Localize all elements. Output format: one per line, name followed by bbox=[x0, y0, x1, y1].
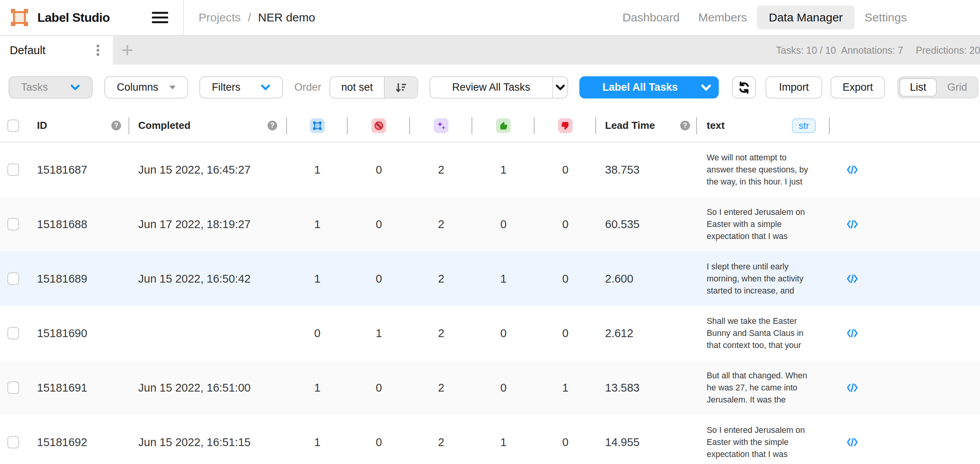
cell-predictions: 2 bbox=[410, 327, 472, 340]
source-code-icon[interactable] bbox=[847, 274, 858, 284]
filters-dropdown[interactable]: Filters bbox=[199, 76, 283, 98]
cancelled-annotations-icon bbox=[371, 118, 386, 133]
sort-direction-button[interactable] bbox=[384, 77, 417, 98]
cell-source bbox=[830, 437, 980, 447]
view-list-button[interactable]: List bbox=[899, 78, 937, 97]
cell-rejected: 0 bbox=[535, 163, 596, 176]
view-grid-button[interactable]: Grid bbox=[937, 77, 978, 98]
row-checkbox[interactable] bbox=[7, 163, 19, 176]
cell-text: Shall we take the Easter Bunny and Santa… bbox=[697, 315, 830, 352]
cell-lead-time: 38.753 bbox=[596, 163, 697, 176]
stat-tasks: Tasks: 10 / 10 bbox=[776, 45, 836, 56]
row-checkbox[interactable] bbox=[7, 218, 19, 230]
cell-source bbox=[830, 274, 980, 284]
filters-dropdown-label: Filters bbox=[212, 81, 241, 93]
row-checkbox[interactable] bbox=[7, 327, 19, 339]
nav-data-manager[interactable]: Data Manager bbox=[757, 5, 854, 30]
stat-annotations: Annotations: 7 bbox=[841, 45, 903, 56]
columns-dropdown-label: Columns bbox=[117, 81, 158, 93]
help-icon[interactable]: ? bbox=[680, 121, 690, 130]
thumbs-down-icon bbox=[558, 118, 573, 133]
refresh-button[interactable] bbox=[732, 76, 756, 98]
cell-rejected: 0 bbox=[535, 272, 596, 285]
tab-stats: Tasks: 10 / 10 Annotations: 7 Prediction… bbox=[0, 36, 980, 65]
label-all-tasks-button[interactable]: Label All Tasks bbox=[579, 76, 719, 98]
cell-source bbox=[830, 328, 980, 338]
cell-cancelled: 0 bbox=[348, 163, 410, 176]
column-header-accepted[interactable] bbox=[472, 109, 535, 142]
column-header-id[interactable]: ID ? bbox=[27, 109, 129, 142]
export-label: Export bbox=[843, 81, 873, 93]
top-header: Label Studio Projects / NER demo Dashboa… bbox=[0, 0, 980, 36]
nav-settings[interactable]: Settings bbox=[855, 5, 916, 30]
project-nav: Dashboard Members Data Manager Settings bbox=[613, 0, 916, 35]
chevron-down-icon bbox=[701, 84, 711, 91]
cell-annotations: 0 bbox=[287, 327, 348, 340]
table-row[interactable]: 15181688 Jun 17 2022, 18:19:27 1 0 2 0 0… bbox=[0, 197, 980, 251]
label-studio-app: Label Studio Projects / NER demo Dashboa… bbox=[0, 0, 980, 464]
row-checkbox[interactable] bbox=[7, 272, 19, 285]
sort-descending-icon bbox=[395, 82, 407, 93]
table-row[interactable]: 15181692 Jun 15 2022, 16:51:15 1 0 2 1 0… bbox=[0, 415, 980, 464]
breadcrumb: Projects / NER demo bbox=[199, 0, 315, 35]
cell-source bbox=[830, 383, 980, 393]
cell-annotations: 1 bbox=[287, 163, 348, 176]
cell-completed: Jun 15 2022, 16:51:00 bbox=[129, 381, 287, 394]
cell-lead-time: 60.535 bbox=[596, 218, 697, 231]
label-all-dropdown-toggle[interactable] bbox=[701, 76, 719, 98]
table-header: ID ? Completed ? bbox=[0, 109, 980, 142]
column-header-lead-time[interactable]: Lead Time ? bbox=[596, 109, 697, 142]
thumbs-up-icon bbox=[496, 118, 511, 133]
cell-accepted: 0 bbox=[472, 327, 535, 340]
cell-cancelled: 0 bbox=[348, 272, 410, 285]
table-row[interactable]: 15181690 0 1 2 0 0 2.612 Shall we take t… bbox=[0, 306, 980, 360]
header-divider bbox=[183, 0, 184, 35]
label-studio-logo-icon bbox=[11, 9, 28, 26]
cell-predictions: 2 bbox=[410, 163, 472, 176]
order-label: Order bbox=[294, 81, 321, 93]
nav-dashboard[interactable]: Dashboard bbox=[613, 5, 689, 30]
cell-lead-time: 14.955 bbox=[596, 436, 697, 449]
menu-toggle-button[interactable] bbox=[152, 12, 168, 23]
import-label: Import bbox=[779, 81, 809, 93]
row-checkbox[interactable] bbox=[7, 381, 19, 394]
help-icon[interactable]: ? bbox=[111, 121, 121, 130]
cell-lead-time: 13.583 bbox=[596, 381, 697, 394]
column-header-text[interactable]: text str bbox=[697, 109, 830, 142]
help-icon[interactable]: ? bbox=[267, 121, 277, 130]
columns-dropdown[interactable]: Columns bbox=[104, 76, 188, 98]
source-code-icon[interactable] bbox=[847, 165, 858, 175]
cell-accepted: 1 bbox=[472, 436, 535, 449]
column-header-cancelled[interactable] bbox=[348, 109, 410, 142]
source-code-icon[interactable] bbox=[847, 383, 858, 393]
refresh-icon bbox=[737, 81, 751, 94]
review-dropdown-toggle[interactable] bbox=[552, 77, 567, 98]
cell-annotations: 1 bbox=[287, 436, 348, 449]
tasks-dropdown[interactable]: Tasks bbox=[9, 76, 93, 98]
order-dropdown[interactable]: not set bbox=[329, 76, 418, 98]
table-row[interactable]: 15181689 Jun 15 2022, 16:50:42 1 0 2 1 0… bbox=[0, 251, 980, 306]
row-checkbox[interactable] bbox=[7, 436, 19, 448]
cell-cancelled: 0 bbox=[348, 436, 410, 449]
column-header-annotations[interactable] bbox=[287, 109, 348, 142]
source-code-icon[interactable] bbox=[847, 437, 858, 447]
review-all-tasks-button[interactable]: Review All Tasks bbox=[429, 76, 568, 98]
cell-text: We will not attempt to answer these ques… bbox=[697, 152, 830, 188]
column-header-completed[interactable]: Completed ? bbox=[129, 109, 287, 142]
column-header-rejected[interactable] bbox=[535, 109, 596, 142]
text-column-label: text bbox=[707, 120, 725, 132]
source-code-icon[interactable] bbox=[847, 328, 858, 338]
export-button[interactable]: Export bbox=[830, 76, 885, 98]
cell-accepted: 0 bbox=[472, 218, 535, 231]
nav-members[interactable]: Members bbox=[689, 5, 756, 30]
import-button[interactable]: Import bbox=[765, 76, 822, 98]
breadcrumb-projects-link[interactable]: Projects bbox=[199, 11, 241, 24]
cell-text: But all that changed. When he was 27, he… bbox=[697, 370, 830, 406]
source-code-icon[interactable] bbox=[847, 219, 858, 229]
view-toggle: List Grid bbox=[897, 76, 978, 98]
breadcrumb-current: NER demo bbox=[258, 11, 315, 24]
select-all-checkbox[interactable] bbox=[7, 120, 19, 132]
table-row[interactable]: 15181687 Jun 15 2022, 16:45:27 1 0 2 1 0… bbox=[0, 142, 980, 197]
table-row[interactable]: 15181691 Jun 15 2022, 16:51:00 1 0 2 0 1… bbox=[0, 360, 980, 415]
column-header-predictions[interactable] bbox=[410, 109, 472, 142]
